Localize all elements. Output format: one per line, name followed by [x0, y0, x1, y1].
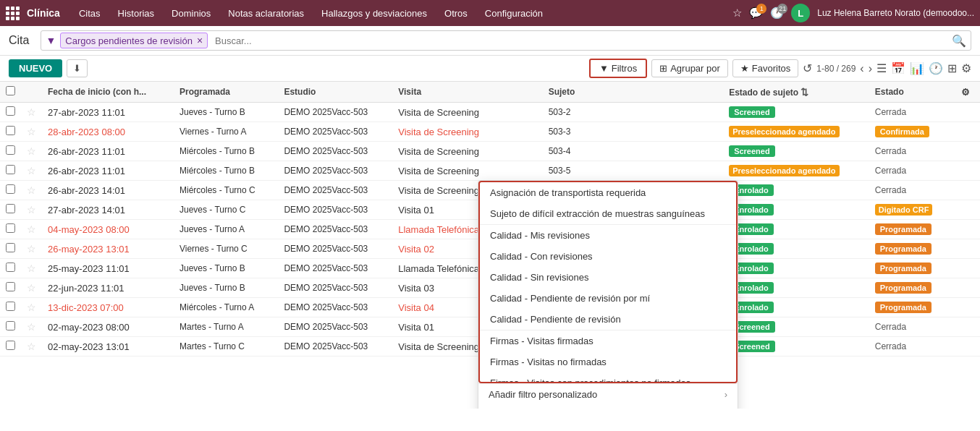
row-star-12[interactable]: ☆ [27, 341, 36, 352]
row-star-8[interactable]: ☆ [27, 263, 36, 274]
row-checkbox-1[interactable] [6, 126, 15, 135]
refresh-icon[interactable]: ↺ [803, 61, 812, 75]
grid-view-icon[interactable]: ⊞ [947, 61, 957, 75]
nav-icons: ☆ 💬 1 🕐 21 L Luz Helena Barreto Norato (… [732, 4, 974, 22]
row-star-11[interactable]: ☆ [27, 321, 36, 333]
row-star-10[interactable]: ☆ [27, 302, 36, 313]
filter-button[interactable]: ▼ Filtros [589, 59, 647, 78]
nav-notas[interactable]: Notas aclaratorias [221, 5, 311, 22]
row-date[interactable]: 28-abr-2023 08:00 [48, 127, 125, 137]
filter-firmas-procedimientos[interactable]: Firmas - Visitas con procedimientos no f… [480, 372, 736, 383]
row-checkbox-5[interactable] [6, 204, 15, 213]
row-estado-badge: Digitado CRF [875, 204, 933, 216]
row-programada: Jueves - Turno B [174, 103, 278, 122]
filter-calidad-pendiente[interactable]: Calidad - Pendiente de revisión [480, 309, 736, 330]
favorites-button[interactable]: ★ Favoritos [732, 59, 798, 77]
filter-transport[interactable]: Asignación de transportista requerida [480, 182, 736, 203]
row-checkbox-11[interactable] [6, 321, 15, 330]
chat-icon[interactable]: 💬 1 [749, 7, 763, 20]
search-icon[interactable]: 🔍 [952, 34, 966, 48]
row-star-0[interactable]: ☆ [27, 106, 36, 118]
row-visita: Visita 03 [398, 283, 434, 294]
app-grid-icon[interactable] [6, 7, 20, 20]
filter-difficult-extraction[interactable]: Sujeto de difícil extracción de muestras… [480, 203, 736, 224]
row-checkbox-3[interactable] [6, 165, 15, 174]
row-date[interactable]: 26-may-2023 13:01 [48, 244, 130, 255]
filter-add-advanced[interactable]: Añadir un Filtro Avanzado [478, 405, 738, 409]
sort-estado-sujeto-icon[interactable]: ⇅ [801, 87, 808, 98]
col-sujeto: Sujeto [543, 82, 601, 103]
row-programada: Miércoles - Turno A [174, 298, 278, 317]
row-date[interactable]: 04-may-2023 08:00 [48, 224, 130, 235]
row-star-3[interactable]: ☆ [27, 165, 36, 176]
filter-dropdown: Asignación de transportista requerida Su… [478, 180, 738, 409]
next-page-icon[interactable]: › [869, 62, 872, 75]
chart-view-icon[interactable]: 📊 [910, 61, 924, 75]
settings-list-icon[interactable]: ⚙ [961, 61, 971, 75]
nav-dominios[interactable]: Dominios [164, 5, 218, 22]
row-checkbox-7[interactable] [6, 243, 15, 252]
row-estudio: DEMO 2025Vacc-503 [278, 200, 392, 220]
filter-calidad-con[interactable]: Calidad - Con revisiones [480, 246, 736, 267]
favorites-label: Favoritos [752, 63, 790, 74]
row-checkbox-2[interactable] [6, 145, 15, 155]
row-visita[interactable]: Visita de Screening [398, 127, 479, 137]
filter-calidad-pendiente-mi[interactable]: Calidad - Pendiente de revisión por mí [480, 288, 736, 309]
row-sujeto: 503-3 [543, 122, 601, 142]
row-star-7[interactable]: ☆ [27, 243, 36, 255]
filter-calidad-mis[interactable]: Calidad - Mis revisiones [480, 225, 736, 246]
nav-historias[interactable]: Historias [111, 5, 162, 22]
row-checkbox-9[interactable] [6, 282, 15, 291]
group-by-button[interactable]: ⊞ Agrupar por [651, 59, 728, 77]
star-nav-icon[interactable]: ☆ [732, 7, 742, 20]
col-settings-icon[interactable]: ⚙ [961, 87, 970, 98]
filter-tag-label: Cargos pendientes de revisión [65, 35, 193, 46]
select-all-checkbox[interactable] [6, 86, 15, 95]
row-star-1[interactable]: ☆ [27, 126, 36, 137]
row-star-9[interactable]: ☆ [27, 282, 36, 294]
row-checkbox-8[interactable] [6, 263, 15, 272]
row-checkbox-10[interactable] [6, 302, 15, 311]
row-checkbox-0[interactable] [6, 106, 15, 116]
filter-dropdown-scrollable: Asignación de transportista requerida Su… [478, 181, 738, 383]
row-programada: Jueves - Turno B [174, 259, 278, 278]
filter-firmas-no-firmadas[interactable]: Firmas - Visitas no firmadas [480, 351, 736, 372]
brand-name[interactable]: Clínica [27, 7, 60, 19]
user-avatar[interactable]: L [791, 4, 810, 22]
row-date: 25-may-2023 11:01 [48, 263, 130, 274]
row-estudio: DEMO 2025Vacc-503 [278, 278, 392, 298]
nav-citas[interactable]: Citas [72, 5, 108, 22]
row-checkbox-6[interactable] [6, 223, 15, 233]
prev-page-icon[interactable]: ‹ [860, 62, 863, 75]
filter-add-custom[interactable]: Añadir filtro personalizado › [478, 384, 738, 405]
row-visita[interactable]: Visita 04 [398, 302, 434, 313]
search-input[interactable] [212, 34, 947, 48]
nav-configuracion[interactable]: Configuración [478, 5, 550, 22]
filter-calidad-sin[interactable]: Calidad - Sin revisiones [480, 267, 736, 288]
row-sujeto: 503-5 [543, 161, 601, 181]
user-name[interactable]: Luz Helena Barreto Norato (demoodoo... [817, 8, 974, 18]
row-star-6[interactable]: ☆ [27, 223, 36, 235]
list-view-icon[interactable]: ☰ [876, 61, 887, 75]
row-checkbox-12[interactable] [6, 341, 15, 350]
row-estado-badge: Cerrada [875, 185, 906, 195]
clock-view-icon[interactable]: 🕐 [929, 61, 943, 75]
filter-firmas-firmadas[interactable]: Firmas - Visitas firmadas [480, 330, 736, 351]
calendar-view-icon[interactable]: 📅 [891, 61, 905, 75]
search-bar: ▼ Cargos pendientes de revisión × 🔍 [41, 30, 971, 51]
nav-hallazgos[interactable]: Hallazgos y desviaciones [314, 5, 434, 22]
row-star-4[interactable]: ☆ [27, 184, 36, 196]
row-visita[interactable]: Visita 02 [398, 244, 434, 255]
row-star-5[interactable]: ☆ [27, 204, 36, 216]
row-estado-badge: Cerrada [875, 341, 906, 351]
new-button[interactable]: NUEVO [9, 59, 62, 77]
chat-badge: 1 [756, 4, 766, 14]
clock-nav-icon[interactable]: 🕐 21 [770, 7, 784, 20]
download-button[interactable]: ⬇ [67, 59, 88, 77]
star-icon: ★ [740, 63, 749, 74]
row-checkbox-4[interactable] [6, 184, 15, 194]
filter-tag-close[interactable]: × [197, 35, 203, 46]
row-date[interactable]: 13-dic-2023 07:00 [48, 302, 124, 313]
row-star-2[interactable]: ☆ [27, 145, 36, 157]
nav-otros[interactable]: Otros [437, 5, 475, 22]
